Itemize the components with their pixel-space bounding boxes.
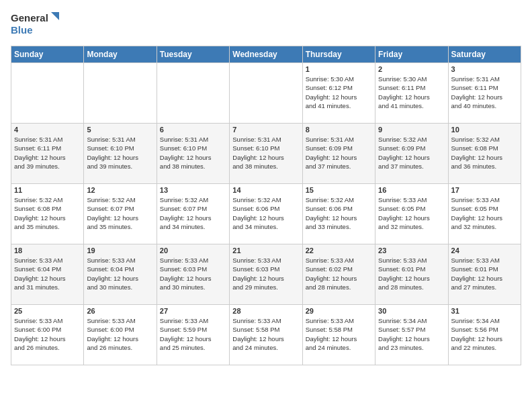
day-cell: 3Sunrise: 5:31 AMSunset: 6:11 PMDaylight…: [448, 63, 521, 124]
day-info: Sunrise: 5:32 AMSunset: 6:08 PMDaylight:…: [451, 135, 518, 171]
logo: GeneralBlue: [11, 11, 64, 39]
day-number: 4: [14, 126, 81, 134]
header-cell-friday: Friday: [375, 46, 448, 63]
day-number: 13: [160, 186, 226, 194]
day-info: Sunrise: 5:32 AMSunset: 6:09 PMDaylight:…: [378, 135, 445, 171]
day-cell: [157, 63, 229, 124]
calendar-body: 1Sunrise: 5:30 AMSunset: 6:12 PMDaylight…: [11, 63, 521, 365]
day-info: Sunrise: 5:33 AMSunset: 6:04 PMDaylight:…: [14, 256, 81, 291]
day-info: Sunrise: 5:31 AMSunset: 6:11 PMDaylight:…: [14, 135, 81, 171]
day-info: Sunrise: 5:30 AMSunset: 6:11 PMDaylight:…: [378, 75, 445, 110]
day-info: Sunrise: 5:32 AMSunset: 6:08 PMDaylight:…: [14, 195, 81, 231]
day-info: Sunrise: 5:31 AMSunset: 6:10 PMDaylight:…: [160, 135, 226, 171]
day-number: 31: [451, 307, 518, 315]
day-number: 19: [87, 246, 153, 255]
day-cell: 25Sunrise: 5:33 AMSunset: 6:00 PMDayligh…: [11, 305, 84, 365]
day-cell: 15Sunrise: 5:32 AMSunset: 6:06 PMDayligh…: [302, 184, 375, 244]
day-info: Sunrise: 5:33 AMSunset: 6:05 PMDaylight:…: [451, 195, 518, 231]
day-number: 23: [378, 246, 445, 255]
day-number: 1: [306, 65, 372, 73]
svg-text:Blue: Blue: [11, 24, 33, 36]
week-row-2: 4Sunrise: 5:31 AMSunset: 6:11 PMDaylight…: [11, 124, 521, 184]
day-info: Sunrise: 5:33 AMSunset: 6:05 PMDaylight:…: [378, 195, 445, 231]
svg-marker-2: [51, 12, 59, 20]
day-cell: 18Sunrise: 5:33 AMSunset: 6:04 PMDayligh…: [11, 244, 84, 305]
day-number: 30: [378, 307, 445, 315]
day-info: Sunrise: 5:33 AMSunset: 6:02 PMDaylight:…: [306, 256, 372, 291]
header-cell-tuesday: Tuesday: [157, 46, 229, 63]
day-cell: 24Sunrise: 5:33 AMSunset: 6:01 PMDayligh…: [448, 244, 521, 305]
day-info: Sunrise: 5:33 AMSunset: 6:00 PMDaylight:…: [14, 316, 81, 352]
day-cell: 10Sunrise: 5:32 AMSunset: 6:08 PMDayligh…: [448, 124, 521, 184]
day-number: 22: [306, 246, 372, 255]
day-info: Sunrise: 5:31 AMSunset: 6:11 PMDaylight:…: [451, 75, 518, 110]
header-cell-thursday: Thursday: [302, 46, 375, 63]
day-info: Sunrise: 5:33 AMSunset: 6:01 PMDaylight:…: [378, 256, 445, 291]
svg-text:General: General: [11, 12, 48, 24]
day-number: 10: [451, 126, 518, 134]
day-info: Sunrise: 5:33 AMSunset: 6:00 PMDaylight:…: [87, 316, 153, 352]
day-cell: 4Sunrise: 5:31 AMSunset: 6:11 PMDaylight…: [11, 124, 84, 184]
day-cell: 27Sunrise: 5:33 AMSunset: 5:59 PMDayligh…: [157, 305, 229, 365]
day-number: 27: [160, 307, 226, 315]
day-cell: [230, 63, 302, 124]
day-cell: 29Sunrise: 5:33 AMSunset: 5:58 PMDayligh…: [302, 305, 375, 365]
day-cell: 2Sunrise: 5:30 AMSunset: 6:11 PMDaylight…: [375, 63, 448, 124]
day-info: Sunrise: 5:34 AMSunset: 5:57 PMDaylight:…: [378, 316, 445, 352]
header-row: SundayMondayTuesdayWednesdayThursdayFrid…: [11, 46, 521, 63]
header-cell-monday: Monday: [84, 46, 157, 63]
day-cell: 31Sunrise: 5:34 AMSunset: 5:56 PMDayligh…: [448, 305, 521, 365]
day-cell: 8Sunrise: 5:31 AMSunset: 6:09 PMDaylight…: [302, 124, 375, 184]
day-cell: [11, 63, 84, 124]
day-number: 6: [160, 126, 226, 134]
calendar-table: SundayMondayTuesdayWednesdayThursdayFrid…: [11, 46, 521, 365]
day-cell: 28Sunrise: 5:33 AMSunset: 5:58 PMDayligh…: [230, 305, 302, 365]
day-number: 15: [306, 186, 372, 194]
day-number: 21: [232, 246, 299, 255]
day-cell: 11Sunrise: 5:32 AMSunset: 6:08 PMDayligh…: [11, 184, 84, 244]
day-number: 7: [232, 126, 299, 134]
day-cell: 1Sunrise: 5:30 AMSunset: 6:12 PMDaylight…: [302, 63, 375, 124]
day-info: Sunrise: 5:30 AMSunset: 6:12 PMDaylight:…: [306, 75, 372, 110]
day-info: Sunrise: 5:34 AMSunset: 5:56 PMDaylight:…: [451, 316, 518, 352]
day-cell: 5Sunrise: 5:31 AMSunset: 6:10 PMDaylight…: [84, 124, 157, 184]
day-number: 12: [87, 186, 153, 194]
day-info: Sunrise: 5:33 AMSunset: 6:04 PMDaylight:…: [87, 256, 153, 291]
day-cell: 7Sunrise: 5:31 AMSunset: 6:10 PMDaylight…: [230, 124, 302, 184]
day-number: 9: [378, 126, 445, 134]
day-cell: 9Sunrise: 5:32 AMSunset: 6:09 PMDaylight…: [375, 124, 448, 184]
day-cell: 19Sunrise: 5:33 AMSunset: 6:04 PMDayligh…: [84, 244, 157, 305]
page-header: GeneralBlue: [11, 11, 521, 39]
day-cell: 13Sunrise: 5:32 AMSunset: 6:07 PMDayligh…: [157, 184, 229, 244]
day-number: 14: [232, 186, 299, 194]
calendar-header: SundayMondayTuesdayWednesdayThursdayFrid…: [11, 46, 521, 63]
day-cell: 30Sunrise: 5:34 AMSunset: 5:57 PMDayligh…: [375, 305, 448, 365]
day-info: Sunrise: 5:32 AMSunset: 6:06 PMDaylight:…: [306, 195, 372, 231]
day-number: 11: [14, 186, 81, 194]
day-number: 3: [451, 65, 518, 73]
day-number: 2: [378, 65, 445, 73]
day-info: Sunrise: 5:32 AMSunset: 6:06 PMDaylight:…: [232, 195, 299, 231]
day-cell: 22Sunrise: 5:33 AMSunset: 6:02 PMDayligh…: [302, 244, 375, 305]
day-cell: 16Sunrise: 5:33 AMSunset: 6:05 PMDayligh…: [375, 184, 448, 244]
day-cell: 20Sunrise: 5:33 AMSunset: 6:03 PMDayligh…: [157, 244, 229, 305]
day-number: 18: [14, 246, 81, 255]
day-number: 8: [306, 126, 372, 134]
day-number: 29: [306, 307, 372, 315]
day-cell: 23Sunrise: 5:33 AMSunset: 6:01 PMDayligh…: [375, 244, 448, 305]
day-cell: 21Sunrise: 5:33 AMSunset: 6:03 PMDayligh…: [230, 244, 302, 305]
week-row-4: 18Sunrise: 5:33 AMSunset: 6:04 PMDayligh…: [11, 244, 521, 305]
logo-svg: GeneralBlue: [11, 11, 64, 39]
day-number: 26: [87, 307, 153, 315]
day-cell: 26Sunrise: 5:33 AMSunset: 6:00 PMDayligh…: [84, 305, 157, 365]
header-cell-sunday: Sunday: [11, 46, 84, 63]
header-cell-wednesday: Wednesday: [230, 46, 302, 63]
day-info: Sunrise: 5:33 AMSunset: 5:58 PMDaylight:…: [306, 316, 372, 352]
day-cell: 6Sunrise: 5:31 AMSunset: 6:10 PMDaylight…: [157, 124, 229, 184]
day-info: Sunrise: 5:33 AMSunset: 5:59 PMDaylight:…: [160, 316, 226, 352]
day-info: Sunrise: 5:33 AMSunset: 6:01 PMDaylight:…: [451, 256, 518, 291]
header-cell-saturday: Saturday: [448, 46, 521, 63]
day-number: 25: [14, 307, 81, 315]
day-info: Sunrise: 5:33 AMSunset: 5:58 PMDaylight:…: [232, 316, 299, 352]
week-row-5: 25Sunrise: 5:33 AMSunset: 6:00 PMDayligh…: [11, 305, 521, 365]
